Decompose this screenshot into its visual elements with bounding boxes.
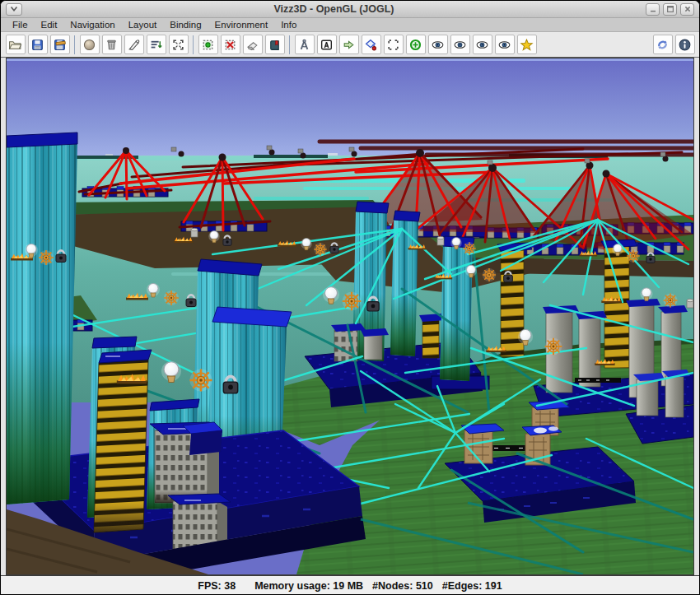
toolbar-separator	[289, 35, 290, 54]
menu-environment[interactable]: Environment	[208, 19, 275, 30]
status-edges: #Edges: 191	[442, 580, 502, 592]
star-icon	[520, 38, 534, 52]
compass-icon	[297, 38, 311, 52]
edit-pen-button[interactable]	[124, 35, 144, 54]
open-folder-icon	[8, 38, 22, 52]
selection-off-icon	[223, 38, 237, 52]
cylinder-icon	[191, 228, 198, 237]
toolbar	[1, 32, 699, 58]
toolbar-separator	[193, 35, 194, 54]
status-memory: Memory usage: 19 MB	[254, 580, 363, 592]
visibility-eye-2-button[interactable]	[450, 35, 470, 54]
floppy-save-icon	[30, 38, 44, 52]
selection-corners-button[interactable]	[384, 35, 404, 54]
minimize-icon	[648, 4, 658, 14]
viewport-frame	[1, 58, 699, 575]
center-view-button[interactable]	[406, 35, 426, 54]
eye-icon	[431, 38, 445, 52]
diamond-node-icon	[364, 38, 378, 52]
save-as-button[interactable]	[50, 35, 70, 54]
about-info-button[interactable]	[675, 35, 695, 54]
sphere-icon	[82, 38, 96, 52]
menu-file[interactable]: File	[6, 19, 35, 30]
toolbar-separator	[74, 35, 75, 54]
status-nodes: #Nodes: 510	[372, 580, 433, 592]
viewport-canvas-3d[interactable]	[7, 58, 693, 574]
floppy-save-as-icon	[53, 38, 67, 52]
center-target-icon	[408, 38, 422, 52]
menu-info[interactable]: Info	[274, 19, 303, 30]
sky	[7, 58, 693, 159]
gear-wheel-icon	[39, 250, 54, 265]
sort-icon	[149, 38, 163, 52]
menu-layout[interactable]: Layout	[122, 19, 164, 30]
info-icon	[678, 38, 692, 52]
title-bar: Vizz3D - OpenGL (JOGL)	[1, 1, 699, 18]
favorites-star-button[interactable]	[517, 35, 537, 54]
menu-bar: File Edit Navigation Layout Binding Envi…	[1, 18, 699, 32]
cylinder-icon	[437, 236, 444, 245]
create-sphere-button[interactable]	[80, 35, 100, 54]
fit-view-icon	[171, 38, 185, 52]
close-button[interactable]	[680, 3, 694, 16]
menu-binding[interactable]: Binding	[163, 19, 208, 30]
label-a-icon	[320, 38, 334, 52]
menu-edit[interactable]: Edit	[35, 19, 64, 30]
fit-view-button[interactable]	[169, 35, 189, 54]
eraser-button[interactable]	[243, 35, 263, 54]
selection-enable-button[interactable]	[198, 35, 218, 54]
book-icon	[268, 38, 282, 52]
open-file-button[interactable]	[6, 35, 26, 54]
status-bar: FPS: 38 Memory usage: 19 MB #Nodes: 510 …	[1, 575, 699, 595]
visibility-eye-3-button[interactable]	[473, 35, 492, 54]
maximize-icon	[665, 4, 675, 14]
selection-disable-button[interactable]	[221, 35, 240, 54]
status-fps: FPS: 38	[198, 580, 236, 592]
corners-icon	[386, 38, 400, 52]
gear-wheel-icon	[164, 291, 179, 305]
eye-icon	[453, 38, 467, 52]
visibility-eye-1-button[interactable]	[428, 35, 448, 54]
menu-navigation[interactable]: Navigation	[63, 19, 121, 30]
bookmark-book-button[interactable]	[265, 35, 285, 54]
pen-icon	[127, 38, 141, 52]
go-arrow-button[interactable]	[339, 35, 359, 54]
node-diamond-button[interactable]	[362, 35, 381, 54]
sort-layers-button[interactable]	[147, 35, 166, 54]
text-label-button[interactable]	[317, 35, 337, 54]
arrow-right-icon	[342, 38, 356, 52]
refresh-icon	[656, 38, 670, 52]
app-window: Vizz3D - OpenGL (JOGL) File Edit	[0, 0, 700, 595]
cylinder-icon	[687, 299, 693, 308]
selection-on-icon	[201, 38, 215, 52]
window-title: Vizz3D - OpenGL (JOGL)	[24, 3, 644, 15]
minimize-button[interactable]	[646, 3, 660, 16]
eye-icon	[475, 38, 489, 52]
delete-trash-button[interactable]	[102, 35, 122, 54]
trash-icon	[105, 38, 119, 52]
chevron-down-icon	[8, 4, 20, 14]
measure-compass-button[interactable]	[295, 35, 315, 54]
maximize-button[interactable]	[663, 3, 677, 16]
eye-icon	[497, 38, 511, 52]
window-menu-button[interactable]	[6, 3, 22, 16]
eraser-icon	[245, 38, 259, 52]
visibility-eye-4-button[interactable]	[495, 35, 515, 54]
close-icon	[683, 4, 693, 14]
switch-view-button[interactable]	[653, 35, 673, 54]
save-button[interactable]	[28, 35, 48, 54]
